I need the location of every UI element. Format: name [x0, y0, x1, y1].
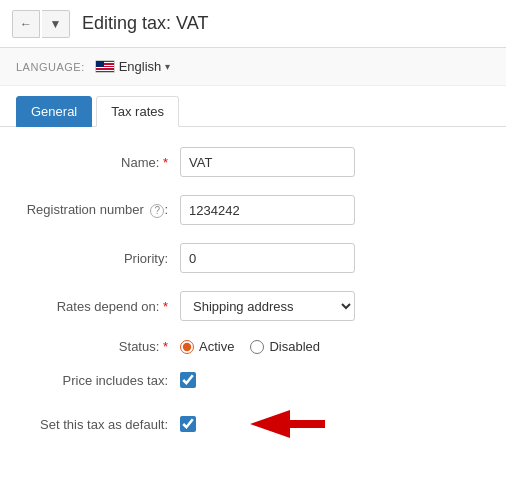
language-label: LANGUAGE:: [16, 61, 85, 73]
registration-info-icon[interactable]: ?: [150, 204, 164, 218]
language-chevron-icon: ▾: [165, 61, 170, 72]
priority-input[interactable]: [180, 243, 355, 273]
tabs: General Tax rates: [0, 86, 506, 127]
status-radio-group: Active Disabled: [180, 339, 320, 354]
dropdown-button[interactable]: ▼: [42, 10, 70, 38]
status-disabled-label: Disabled: [269, 339, 320, 354]
back-icon: ←: [20, 17, 32, 31]
rates-required-indicator: *: [163, 299, 168, 314]
name-label: Name: *: [20, 155, 180, 170]
form-area: Name: * Registration number ?: Priority:…: [0, 127, 506, 480]
page-header: ← ▼ Editing tax: VAT: [0, 0, 506, 48]
rates-depend-row: Rates depend on: * Shipping address Bill…: [20, 291, 486, 321]
set-default-label: Set this tax as default:: [20, 417, 180, 432]
status-row: Status: * Active Disabled: [20, 339, 486, 354]
language-value: English: [119, 59, 162, 74]
priority-row: Priority:: [20, 243, 486, 273]
price-includes-tax-wrap: [180, 372, 196, 388]
status-active-radio[interactable]: [180, 340, 194, 354]
name-required-indicator: *: [163, 155, 168, 170]
tab-tax-rates[interactable]: Tax rates: [96, 96, 179, 127]
status-active-option[interactable]: Active: [180, 339, 234, 354]
language-bar: LANGUAGE: English ▾: [0, 48, 506, 86]
nav-buttons: ← ▼: [12, 10, 70, 38]
registration-label: Registration number ?:: [20, 202, 180, 218]
arrow-svg: [210, 406, 330, 442]
rates-depend-label: Rates depend on: *: [20, 299, 180, 314]
language-selector[interactable]: English ▾: [95, 59, 171, 74]
registration-input[interactable]: [180, 195, 355, 225]
registration-row: Registration number ?:: [20, 195, 486, 225]
priority-label: Priority:: [20, 251, 180, 266]
set-default-checkbox[interactable]: [180, 416, 196, 432]
red-arrow-annotation: [210, 406, 330, 442]
set-default-row: Set this tax as default:: [20, 406, 486, 442]
status-disabled-option[interactable]: Disabled: [250, 339, 320, 354]
status-required-indicator: *: [163, 339, 168, 354]
flag-icon: [95, 60, 115, 73]
back-button[interactable]: ←: [12, 10, 40, 38]
status-label: Status: *: [20, 339, 180, 354]
price-includes-tax-checkbox[interactable]: [180, 372, 196, 388]
status-active-label: Active: [199, 339, 234, 354]
price-includes-tax-row: Price includes tax:: [20, 372, 486, 388]
svg-marker-0: [250, 410, 325, 438]
set-default-wrap: [180, 416, 196, 432]
rates-depend-select[interactable]: Shipping address Billing address Store a…: [180, 291, 355, 321]
price-includes-tax-label: Price includes tax:: [20, 373, 180, 388]
chevron-down-icon: ▼: [50, 17, 62, 31]
name-row: Name: *: [20, 147, 486, 177]
page-title: Editing tax: VAT: [82, 13, 208, 34]
name-input[interactable]: [180, 147, 355, 177]
status-disabled-radio[interactable]: [250, 340, 264, 354]
tab-general[interactable]: General: [16, 96, 92, 127]
